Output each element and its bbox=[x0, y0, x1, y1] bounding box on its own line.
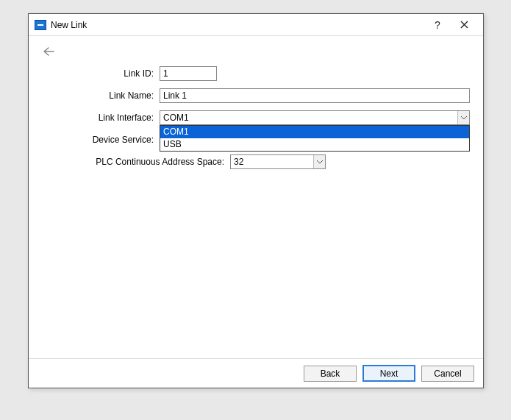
dialog-footer: Back Next Cancel bbox=[29, 358, 483, 388]
close-button[interactable] bbox=[451, 15, 477, 35]
help-button[interactable]: ? bbox=[424, 15, 451, 35]
label-link-name: Link Name: bbox=[42, 90, 160, 101]
link-id-input[interactable] bbox=[160, 66, 217, 81]
back-button[interactable]: Back bbox=[304, 366, 357, 382]
link-interface-combo[interactable]: COM1 COM1 USB bbox=[160, 110, 470, 125]
chevron-down-icon[interactable] bbox=[313, 155, 325, 168]
cancel-button[interactable]: Cancel bbox=[421, 366, 474, 382]
dialog-content: Link ID: Link Name: Link Interface: COM1… bbox=[29, 36, 483, 358]
new-link-dialog: New Link ? Link ID: Link Name: Link Inte… bbox=[28, 13, 484, 388]
titlebar: New Link ? bbox=[29, 14, 483, 36]
label-link-interface: Link Interface: bbox=[42, 113, 160, 123]
chevron-down-icon[interactable] bbox=[457, 111, 469, 124]
plc-space-combo[interactable]: 32 bbox=[230, 154, 326, 169]
row-link-interface: Link Interface: COM1 COM1 USB bbox=[42, 110, 470, 125]
label-link-id: Link ID: bbox=[42, 68, 160, 79]
row-link-name: Link Name: bbox=[42, 88, 470, 103]
plc-space-value: 32 bbox=[234, 157, 243, 167]
link-interface-value: COM1 bbox=[163, 113, 189, 123]
app-icon bbox=[35, 20, 46, 30]
link-interface-dropdown: COM1 USB bbox=[160, 125, 470, 152]
row-link-id: Link ID: bbox=[42, 66, 470, 81]
dropdown-option-usb[interactable]: USB bbox=[160, 138, 469, 151]
link-name-input[interactable] bbox=[160, 88, 470, 103]
back-arrow-icon[interactable] bbox=[42, 43, 60, 66]
row-plc-space: PLC Continuous Address Space: 32 bbox=[42, 154, 470, 169]
next-button[interactable]: Next bbox=[362, 365, 415, 382]
window-title: New Link bbox=[51, 20, 87, 30]
label-device-service: Device Service: bbox=[42, 135, 160, 145]
label-plc-space: PLC Continuous Address Space: bbox=[42, 157, 230, 167]
dropdown-option-com1[interactable]: COM1 bbox=[160, 126, 469, 138]
